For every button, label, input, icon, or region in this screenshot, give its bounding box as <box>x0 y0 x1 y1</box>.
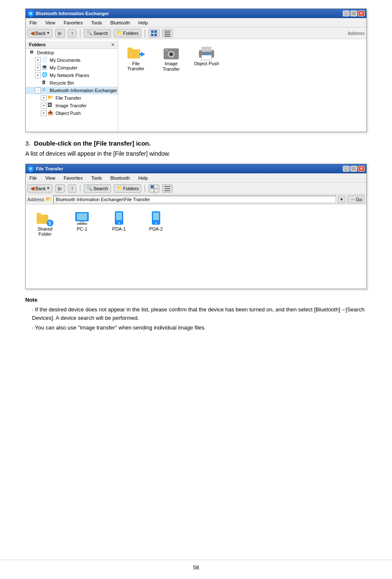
window1-controls: _ □ ✕ <box>343 11 365 16</box>
sidebar-close-button[interactable]: ✕ <box>111 42 114 47</box>
menu-bluetooth[interactable]: Bluetooth <box>109 20 131 26</box>
desktop-icon: 🖥 <box>29 49 36 56</box>
w2-minimize-button[interactable]: _ <box>343 166 350 172</box>
expand-file-transfer[interactable]: + <box>41 95 47 101</box>
icon-pda2[interactable]: PDA-2 <box>143 211 169 282</box>
svg-rect-2 <box>151 34 154 36</box>
expand-bt-exchanger[interactable]: - <box>35 88 41 93</box>
w2-view-icons-icon <box>151 185 157 192</box>
window1-main: Folders ✕ 🖥 Desktop + 📄 My Documents + 💻… <box>26 39 366 132</box>
tree-item-my-computer[interactable]: + 💻 My Computer <box>26 64 118 72</box>
pc1-label: PC-1 <box>77 226 87 231</box>
expand-my-documents[interactable]: + <box>35 57 41 63</box>
note-item-2-text: · You can also use "Image transfer" when… <box>32 324 206 331</box>
w2-folders-icon: 📁 <box>117 186 122 191</box>
close-button[interactable]: ✕ <box>358 11 365 16</box>
w2-address-input[interactable]: Bluetooth Information Exchanger\File Tra… <box>53 196 336 203</box>
w2-go-button[interactable]: → Go <box>347 195 365 203</box>
svg-rect-29 <box>37 213 41 215</box>
folders-button[interactable]: 📁 Folders <box>114 29 142 37</box>
minimize-button[interactable]: _ <box>343 11 350 16</box>
w2-view-icons-button[interactable] <box>148 184 159 193</box>
tree-item-my-documents[interactable]: + 📄 My Documents <box>26 56 118 64</box>
svg-rect-7 <box>164 36 170 37</box>
w2-menu-tools[interactable]: Tools <box>90 175 103 181</box>
w2-back-button[interactable]: ◀ Back ▼ <box>27 184 53 193</box>
bt-exchanger-icon: ⛭ <box>42 87 48 94</box>
w2-maximize-button[interactable]: □ <box>350 166 357 172</box>
menu-favorites[interactable]: Favorites <box>62 20 84 26</box>
tree-item-object-push[interactable]: + 📤 Object Push <box>26 109 118 117</box>
icon-object-push[interactable]: Object Push <box>194 44 219 66</box>
window2-addressbar: Address 📂 Bluetooth Information Exchange… <box>26 194 366 205</box>
svg-text:S: S <box>48 221 51 226</box>
note-item-2: · You can also use "Image transfer" when… <box>32 324 367 332</box>
w2-view-details-button[interactable] <box>162 184 173 193</box>
forward-button[interactable]: ▶ <box>55 29 65 37</box>
icon-file-transfer[interactable]: File Transfer <box>123 44 148 71</box>
tree-label-image-transfer: Image Transfer <box>56 103 87 108</box>
svg-rect-40 <box>153 212 159 220</box>
svg-rect-6 <box>164 34 170 35</box>
view-icons-button[interactable] <box>148 29 159 37</box>
svg-rect-26 <box>164 188 170 189</box>
step3-description: A list of devices will appear in the [Fi… <box>25 150 367 157</box>
search-button[interactable]: 🔍 Search <box>84 29 111 37</box>
w2-folders-button[interactable]: 📁 Folders <box>114 184 142 193</box>
tree-label-bt-exchanger: Bluetooth Information Exchanger <box>50 88 117 93</box>
up-button[interactable]: ↑ <box>68 29 77 37</box>
object-push-icon: 📤 <box>48 110 54 117</box>
pc1-large-icon <box>74 211 90 226</box>
expand-my-computer[interactable]: + <box>35 65 41 71</box>
page-number: 58 <box>193 564 199 571</box>
w2-menu-help[interactable]: Help <box>137 175 149 181</box>
icon-shared-folder[interactable]: S Shared Folder <box>32 211 58 282</box>
expand-object-push[interactable]: + <box>41 110 47 116</box>
address-label-toolbar: Address <box>348 31 365 36</box>
tree-item-image-transfer[interactable]: + 🖼 Image Transfer <box>26 102 118 109</box>
tree-item-my-network[interactable]: + 🌐 My Network Places <box>26 72 118 79</box>
w2-search-button[interactable]: 🔍 Search <box>84 184 111 193</box>
window1: B Bluetooth Information Exchanger _ □ ✕ … <box>25 8 367 132</box>
file-transfer-large-icon <box>127 44 145 61</box>
shared-folder-label: Shared Folder <box>32 226 58 236</box>
step3-number: 3. Double-click on the [File transfer] i… <box>25 140 367 147</box>
w2-forward-button[interactable]: ▶ <box>55 184 65 193</box>
w2-menu-bluetooth[interactable]: Bluetooth <box>109 175 131 181</box>
w2-up-button[interactable]: ↑ <box>68 184 77 193</box>
view-icons-icon <box>151 30 157 37</box>
expand-my-network[interactable]: + <box>35 72 41 78</box>
view-list-icon <box>164 30 171 37</box>
icon-pc1[interactable]: PC-1 <box>69 211 95 282</box>
w2-menu-file[interactable]: File <box>28 175 38 181</box>
svg-rect-0 <box>151 30 154 33</box>
tree-item-desktop[interactable]: 🖥 Desktop <box>26 49 118 56</box>
icon-pda1[interactable]: PDA-1 <box>106 211 132 282</box>
menu-file[interactable]: File <box>28 20 38 26</box>
menu-help[interactable]: Help <box>137 20 149 26</box>
tree-item-bt-exchanger[interactable]: - ⛭ Bluetooth Information Exchanger <box>26 87 118 94</box>
w2-menu-view[interactable]: View <box>44 175 57 181</box>
view-list-button[interactable] <box>162 29 173 37</box>
maximize-button[interactable]: □ <box>350 11 357 16</box>
icon-image-transfer[interactable]: ImageTransfer <box>159 44 184 72</box>
w2-address-dropdown[interactable]: ▼ <box>338 196 345 203</box>
svg-rect-25 <box>164 186 170 187</box>
w2-menu-favorites[interactable]: Favorites <box>62 175 84 181</box>
note-item-1: · If the desired device does not appear … <box>32 305 367 322</box>
menu-view[interactable]: View <box>44 20 57 26</box>
svg-rect-16 <box>165 49 168 51</box>
shared-folder-large-icon: S <box>37 211 53 226</box>
tree-item-recycle-bin[interactable]: 🗑 Recycle Bin <box>26 79 118 87</box>
expand-image-transfer[interactable]: + <box>41 103 47 109</box>
menu-tools[interactable]: Tools <box>90 20 103 26</box>
file-transfer-icon: 📂 <box>48 95 54 101</box>
tree-item-file-transfer[interactable]: + 📂 File Transfer <box>26 94 118 102</box>
window2-content: S Shared Folder PC-1 <box>26 205 366 289</box>
svg-rect-4 <box>164 31 170 32</box>
back-button[interactable]: ◀ Back ▼ <box>27 29 53 37</box>
recycle-bin-icon: 🗑 <box>42 80 48 86</box>
forward-arrow-icon: ▶ <box>58 30 62 36</box>
window2-titlebar: B File Transfer _ □ ✕ <box>26 164 366 173</box>
w2-close-button[interactable]: ✕ <box>358 166 365 172</box>
